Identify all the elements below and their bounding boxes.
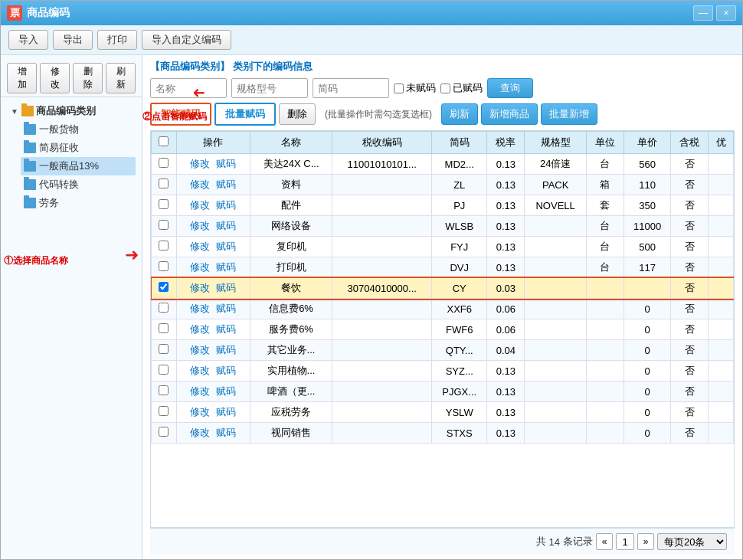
edit-op-button[interactable]: 修改: [188, 385, 211, 398]
col-checkbox: [152, 132, 177, 154]
sidebar-item-label: 一般货物: [39, 123, 79, 136]
edit-op-button[interactable]: 修改: [188, 178, 211, 192]
assign-op-button[interactable]: 赋码: [214, 364, 237, 378]
assign-op-button[interactable]: 赋码: [214, 426, 237, 440]
name-search-input[interactable]: [150, 78, 227, 98]
sidebar-item-code-convert[interactable]: 代码转换: [21, 175, 136, 194]
short-search-input[interactable]: [313, 78, 389, 98]
sidebar-item-labor[interactable]: 劳务: [21, 194, 136, 212]
sidebar-item-simple-tax[interactable]: 简易征收: [21, 139, 136, 157]
sidebar-item-general-goods[interactable]: 一般货物: [21, 120, 136, 139]
edit-op-button[interactable]: 修改: [188, 426, 211, 440]
tree-root: ▼ 商品编码类别 一般货物 简易征收 一般商品13%: [1, 100, 142, 214]
row-checkbox[interactable]: [159, 365, 169, 375]
sidebar-item-general-13[interactable]: 一般商品13%: [21, 157, 136, 175]
edit-op-button[interactable]: 修改: [188, 302, 211, 316]
edit-op-button[interactable]: 修改: [188, 240, 211, 254]
batch-assign-button[interactable]: 批量赋码: [214, 103, 276, 126]
assign-op-button[interactable]: 赋码: [214, 323, 237, 336]
sidebar-add-button[interactable]: 增加: [7, 63, 37, 93]
close-button[interactable]: ×: [716, 5, 736, 21]
assign-op-button[interactable]: 赋码: [214, 198, 237, 212]
row-checkbox[interactable]: [159, 199, 169, 209]
row-checkbox[interactable]: [159, 261, 169, 271]
query-button[interactable]: 查询: [487, 78, 533, 98]
edit-op-button[interactable]: 修改: [188, 260, 211, 274]
assign-op-button[interactable]: 赋码: [214, 281, 237, 295]
name-cell: 服务费6%: [250, 319, 332, 340]
has-code-checkbox[interactable]: [440, 84, 450, 93]
row-checkbox[interactable]: [159, 220, 169, 230]
minimize-button[interactable]: —: [693, 5, 713, 21]
row-checkbox[interactable]: [159, 406, 169, 416]
sidebar-delete-button[interactable]: 删除: [73, 63, 103, 93]
refresh-button[interactable]: 刷新: [441, 103, 478, 125]
col-name: 名称: [250, 132, 332, 154]
unit-cell: [586, 402, 624, 423]
assign-op-button[interactable]: 赋码: [214, 240, 237, 254]
delete-button[interactable]: 删除: [279, 103, 316, 125]
edit-op-button[interactable]: 修改: [188, 343, 211, 357]
add-product-button[interactable]: 新增商品: [481, 103, 538, 125]
assign-op-button[interactable]: 赋码: [214, 343, 237, 357]
tree-chevron-icon: ▼: [10, 106, 19, 116]
per-page-select[interactable]: 每页20条 每页50条 每页100条: [657, 533, 727, 550]
assign-op-button[interactable]: 赋码: [214, 405, 237, 419]
assign-op-button[interactable]: 赋码: [214, 302, 237, 316]
row-checkbox[interactable]: [159, 385, 169, 395]
spec-cell: [525, 299, 587, 319]
sidebar-refresh-button[interactable]: 刷新: [106, 63, 136, 93]
tax-cell: 否: [671, 319, 709, 340]
folder-icon: [24, 124, 36, 135]
row-checkbox[interactable]: [159, 427, 169, 437]
unit-cell: [586, 299, 624, 319]
row-checkbox[interactable]: [159, 241, 169, 251]
row-checkbox[interactable]: [159, 344, 169, 354]
edit-op-button[interactable]: 修改: [188, 323, 211, 336]
import-button[interactable]: 导入: [8, 30, 48, 50]
import-custom-button[interactable]: 导入自定义编码: [142, 30, 231, 50]
rate-cell: 0.13: [487, 423, 525, 444]
assign-op-button[interactable]: 赋码: [214, 219, 237, 233]
edit-op-button[interactable]: 修改: [188, 198, 211, 212]
assign-op-button[interactable]: 赋码: [214, 157, 237, 171]
col-extra: 优: [709, 132, 734, 154]
tax-code-cell: [332, 319, 432, 340]
row-checkbox[interactable]: [159, 303, 169, 313]
price-cell: 0: [624, 299, 671, 319]
extra-cell: [709, 278, 734, 299]
edit-op-button[interactable]: 修改: [188, 219, 211, 233]
panel-title-category: 【商品编码类别】: [150, 61, 230, 72]
assign-op-button[interactable]: 赋码: [214, 260, 237, 274]
select-all-checkbox[interactable]: [159, 136, 169, 146]
tree-root-item[interactable]: ▼ 商品编码类别: [7, 102, 136, 120]
edit-op-button[interactable]: 修改: [188, 157, 211, 171]
assign-op-button[interactable]: 赋码: [214, 178, 237, 192]
name-cell: 美达24X C...: [250, 154, 332, 175]
col-spec: 规格型: [525, 132, 587, 154]
row-checkbox[interactable]: [159, 158, 169, 168]
extra-cell: [709, 175, 734, 195]
no-code-checkbox[interactable]: [394, 84, 404, 93]
sidebar-edit-button[interactable]: 修改: [40, 63, 70, 93]
tree-root-label: 商品编码类别: [36, 104, 96, 118]
edit-op-button[interactable]: 修改: [188, 281, 211, 295]
print-button[interactable]: 打印: [97, 30, 137, 50]
rate-cell: 0.13: [487, 382, 525, 402]
spec-search-input[interactable]: [231, 78, 308, 98]
next-page-button[interactable]: »: [637, 533, 654, 550]
row-checkbox[interactable]: [159, 178, 169, 188]
extra-cell: [709, 299, 734, 319]
prev-page-button[interactable]: «: [596, 533, 613, 550]
batch-add-button[interactable]: 批量新增: [541, 103, 597, 125]
table-row: 修改 赋码实用植物...SYZ...0.130否: [152, 361, 734, 382]
price-cell: [624, 278, 671, 299]
tax-cell: 否: [671, 423, 709, 444]
unit-cell: [586, 340, 624, 361]
assign-op-button[interactable]: 赋码: [214, 385, 237, 398]
row-checkbox[interactable]: [159, 323, 169, 333]
row-checkbox[interactable]: [159, 282, 169, 292]
edit-op-button[interactable]: 修改: [188, 405, 211, 419]
edit-op-button[interactable]: 修改: [188, 364, 211, 378]
export-button[interactable]: 导出: [53, 30, 93, 50]
